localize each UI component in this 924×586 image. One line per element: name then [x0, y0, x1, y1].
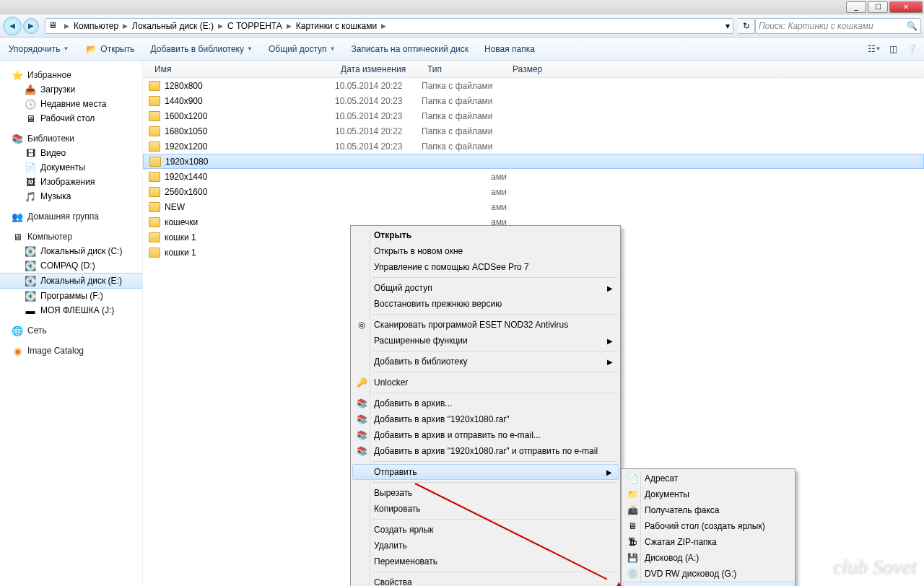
file-type: ами	[422, 202, 507, 212]
menu-item[interactable]: Восстановить прежнюю версию	[352, 296, 619, 312]
column-headers: Имя Дата изменения Тип Размер	[143, 61, 924, 78]
menu-item[interactable]: 💿DVD RW дисковод (G:)	[623, 566, 793, 582]
menu-item[interactable]: Переименовать	[352, 554, 619, 569]
new-folder-button[interactable]: Новая папка	[481, 43, 538, 56]
table-row[interactable]: 1280x80010.05.2014 20:22Папка с файлами	[143, 78, 924, 93]
burn-button[interactable]: Записать на оптический диск	[348, 43, 471, 56]
refresh-button[interactable]: ↻	[738, 18, 755, 34]
file-date: 10.05.2014 20:23	[335, 111, 422, 121]
column-size[interactable]: Размер	[507, 64, 565, 74]
sidebar-image-catalog[interactable]: ◉Image Catalog	[0, 344, 142, 358]
sidebar-item-documents[interactable]: 📄Документы	[0, 160, 142, 175]
menu-item[interactable]: 📠Получатель факса	[623, 502, 793, 518]
table-row[interactable]: 1680x105010.05.2014 20:22Папка с файлами	[143, 123, 924, 139]
menu-item[interactable]: Свойства	[352, 574, 619, 586]
sidebar-item-disk-e[interactable]: 💽Локальный диск (E:)	[0, 273, 142, 289]
sidebar-item-recent[interactable]: 🕓Недавние места	[0, 97, 142, 111]
menu-item[interactable]: 🗜Сжатая ZIP-папка	[623, 534, 793, 550]
sidebar-favorites[interactable]: ⭐Избранное	[0, 68, 142, 82]
address-dropdown-icon[interactable]: ▾	[723, 21, 733, 31]
menu-item[interactable]: ▬МОЯ ФЛЕШКА (J:)	[623, 582, 793, 586]
menu-item[interactable]: Открыть в новом окне	[352, 243, 619, 259]
menu-item[interactable]: 🔑Unlocker	[352, 375, 619, 390]
column-name[interactable]: Имя	[149, 64, 335, 74]
view-options-button[interactable]: ☷ ▼	[868, 43, 881, 56]
organize-button[interactable]: Упорядочить▼	[6, 43, 71, 56]
help-button[interactable]: ❔	[905, 43, 918, 56]
sidebar-libraries[interactable]: 📚Библиотеки	[0, 131, 142, 146]
breadcrumb-computer[interactable]: Компьютер	[71, 21, 121, 31]
search-input[interactable]: Поиск: Картинки с кошками 🔍	[755, 18, 921, 34]
folder-icon	[149, 81, 160, 91]
file-name: 1280x800	[165, 81, 203, 91]
table-row[interactable]: 1440x90010.05.2014 20:23Папка с файлами	[143, 93, 924, 108]
menu-label: Дисковод (A:)	[645, 553, 699, 563]
menu-label: Добавить в библиотеку	[374, 357, 468, 367]
menu-item[interactable]: 📄Адресат	[623, 471, 793, 486]
music-icon: 🎵	[25, 191, 36, 202]
column-date[interactable]: Дата изменения	[335, 64, 422, 74]
table-row[interactable]: 1920x120010.05.2014 20:23Папка с файлами	[143, 139, 924, 154]
menu-label: Управление с помощью ACDSee Pro 7	[374, 262, 529, 272]
menu-item[interactable]: ◎Сканировать программой ESET NOD32 Antiv…	[352, 317, 619, 333]
menu-item[interactable]: Добавить в библиотеку▶	[352, 354, 619, 369]
menu-item[interactable]: Удалить	[352, 538, 619, 554]
table-row[interactable]: 1920x1080	[143, 154, 924, 169]
menu-item[interactable]: 📚Добавить в архив и отправить по e-mail.…	[352, 427, 619, 443]
breadcrumb-cats[interactable]: Картинки с кошками	[293, 21, 380, 31]
minimize-button[interactable]: _	[846, 1, 866, 13]
menu-label: Свойства	[374, 577, 412, 586]
computer-icon: 🖥	[12, 231, 23, 242]
file-name: NEW	[165, 202, 185, 212]
menu-item[interactable]: Создать ярлык	[352, 522, 619, 538]
menu-item[interactable]: 📚Добавить в архив...	[352, 395, 619, 411]
maximize-button[interactable]: ☐	[868, 1, 888, 13]
forward-button[interactable]: ►	[23, 18, 39, 34]
menu-item[interactable]: Общий доступ▶	[352, 280, 619, 296]
sidebar-item-downloads[interactable]: 📥Загрузки	[0, 82, 142, 97]
sidebar-item-disk-d[interactable]: 💽COMPAQ (D:)	[0, 258, 142, 273]
sidebar-item-video[interactable]: 🎞Видео	[0, 146, 142, 160]
menu-item[interactable]: Управление с помощью ACDSee Pro 7	[352, 259, 619, 275]
breadcrumb-disk-e[interactable]: Локальный диск (E:)	[129, 21, 217, 31]
breadcrumb-torrent[interactable]: С ТОРРЕНТА	[225, 21, 285, 31]
file-name: кошки 1	[165, 248, 196, 258]
menu-item[interactable]: 📁Документы	[623, 486, 793, 502]
column-type[interactable]: Тип	[422, 64, 507, 74]
add-to-library-button[interactable]: Добавить в библиотеку▼	[147, 43, 255, 56]
search-icon[interactable]: 🔍	[907, 21, 918, 31]
sidebar-item-disk-c[interactable]: 💽Локальный диск (C:)	[0, 244, 142, 258]
menu-icon: 📚	[356, 398, 367, 409]
sidebar-network[interactable]: 🌐Сеть	[0, 323, 142, 338]
computer-icon: 🖥	[48, 20, 60, 32]
preview-pane-button[interactable]: ◫	[886, 43, 899, 56]
menu-item[interactable]: Копировать	[352, 501, 619, 517]
menu-item[interactable]: 💾Дисковод (A:)	[623, 550, 793, 566]
sidebar-computer[interactable]: 🖥Компьютер	[0, 229, 142, 244]
sidebar-item-desktop[interactable]: 🖥Рабочий стол	[0, 111, 142, 126]
back-button[interactable]: ◄	[3, 17, 22, 35]
sidebar-item-music[interactable]: 🎵Музыка	[0, 189, 142, 204]
submenu-arrow-icon: ▶	[607, 337, 613, 345]
sidebar-item-images[interactable]: 🖼Изображения	[0, 175, 142, 189]
share-button[interactable]: Общий доступ▼	[266, 43, 339, 56]
file-type: Папка с файлами	[422, 96, 507, 106]
sidebar-homegroup[interactable]: 👥Домашняя группа	[0, 209, 142, 224]
sidebar-item-disk-f[interactable]: 💽Программы (F:)	[0, 289, 142, 303]
menu-item[interactable]: 📚Добавить в архив "1920x1080.rar"	[352, 411, 619, 427]
address-bar[interactable]: 🖥 ▶ Компьютер ▶ Локальный диск (E:) ▶ С …	[45, 18, 733, 34]
menu-label: Получатель факса	[645, 505, 720, 515]
table-row[interactable]: 1600x120010.05.2014 20:23Папка с файлами	[143, 108, 924, 123]
menu-item[interactable]: Открыть	[352, 227, 619, 243]
sidebar-item-flash-j[interactable]: ▬МОЯ ФЛЕШКА (J:)	[0, 303, 142, 318]
menu-item[interactable]: 📚Добавить в архив "1920x1080.rar" и отпр…	[352, 443, 619, 459]
menu-item[interactable]: 🖥Рабочий стол (создать ярлык)	[623, 518, 793, 534]
menu-item[interactable]: Вырезать	[352, 485, 619, 501]
open-button[interactable]: 📂Открыть	[82, 41, 137, 57]
table-row[interactable]: NEWами	[143, 199, 924, 214]
table-row[interactable]: 1920x1440ами	[143, 169, 924, 184]
menu-item[interactable]: Отправить▶	[352, 464, 619, 480]
table-row[interactable]: 2560x1600ами	[143, 184, 924, 199]
close-button[interactable]: ✕	[889, 1, 923, 13]
menu-item[interactable]: Расширенные функции▶	[352, 333, 619, 349]
